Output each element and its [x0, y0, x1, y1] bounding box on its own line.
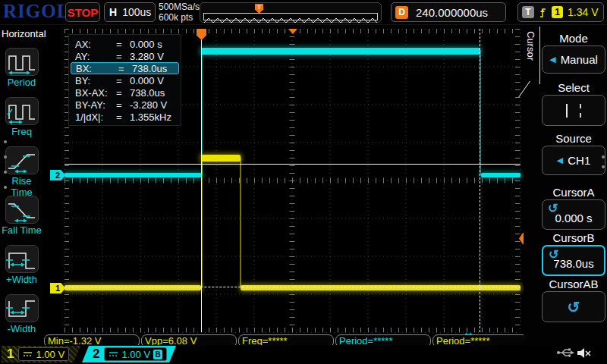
measure-item-period[interactable]: Period	[0, 48, 43, 88]
rotate-knob-icon: ↺	[568, 298, 580, 316]
source-label: Source	[542, 132, 605, 145]
rotate-knob-icon: ↺	[549, 247, 558, 262]
menu-group-mode[interactable]: Mode ◀ Manual	[542, 32, 605, 74]
run-state-label: STOP	[68, 6, 99, 19]
trigger-source-icon: 1	[552, 6, 563, 18]
mode-label: Mode	[542, 32, 605, 45]
readout-row-byay: BY-AY:=-3.280 V	[69, 99, 181, 111]
cursor-menu: Cursor Mode ◀ Manual Select Source ◀ CH1	[524, 25, 607, 345]
cursor-a-solid-icon	[566, 104, 568, 118]
source-value: CH1	[568, 154, 590, 167]
cursor-b-value: 738.0us	[553, 251, 593, 270]
waveform-preview-bar[interactable]	[200, 2, 382, 23]
sample-rate: 500MSa/s	[159, 2, 200, 12]
ch2-trace-high	[201, 48, 480, 55]
mode-button[interactable]: ◀ Manual	[542, 46, 605, 74]
measure-item-pos-width[interactable]: +Width	[0, 245, 43, 285]
cursor-ab-label: CursorAB	[542, 278, 605, 290]
run-state-indicator[interactable]: STOP	[65, 2, 100, 22]
cursor-tab-border	[539, 27, 540, 84]
trigger-box[interactable]: T 1 1.34 V	[517, 2, 604, 22]
ch1-ground-marker[interactable]: 1	[50, 283, 65, 293]
cursor-a-button[interactable]: ↺ 0.000 s	[542, 199, 605, 230]
measure-item-neg-width[interactable]: -Width	[0, 294, 43, 334]
ch1-trace-high	[201, 155, 241, 162]
measure-item-fall-time[interactable]: Fall Time	[0, 196, 43, 236]
readout-row-ay: AY:=3.280 V	[69, 50, 181, 62]
trigger-label: T	[522, 6, 534, 18]
source-page-dots	[602, 155, 605, 168]
channel-status-bar: 1 1.00 V 2 1.00 V B	[0, 345, 607, 364]
ch1-number: 1	[7, 347, 14, 362]
readout-row-by: BY:=0.000 V	[69, 74, 181, 86]
measure-item-label: Freq	[0, 126, 43, 137]
measure-menu-title: Horizontal	[0, 28, 43, 39]
rising-edge-icon	[539, 7, 547, 18]
delay-icon: D	[395, 6, 408, 19]
pos-width-icon	[6, 247, 38, 271]
select-label: Select	[542, 81, 605, 94]
ch2-ground-marker[interactable]: 2	[50, 170, 65, 180]
menu-group-select[interactable]: Select	[542, 81, 605, 126]
cursor-ab-button[interactable]: ↺	[542, 291, 605, 322]
cursor-b-dashed-icon	[580, 104, 581, 118]
select-button[interactable]	[542, 95, 605, 126]
cursor-b-button[interactable]: ↺ 738.0us	[542, 245, 605, 276]
menu-group-cursor-ab[interactable]: CursorAB ↺	[542, 278, 605, 322]
menu-group-source[interactable]: Source ◀ CH1	[542, 132, 605, 175]
cursor-by-line[interactable]	[64, 287, 521, 287]
ch1-status-chip[interactable]: 1 1.00 V	[2, 346, 80, 362]
menu-group-cursor-b[interactable]: CursorB ↺ 738.0us	[542, 231, 605, 276]
rise-time-icon	[6, 149, 38, 173]
ch2-number: 2	[93, 347, 99, 362]
cursor-menu-tab: Cursor	[525, 31, 536, 61]
rotate-knob-icon: ↺	[548, 201, 558, 215]
ch2-scale: 1.00 V	[121, 349, 150, 360]
horizontal-scale-value: 100us	[122, 6, 151, 18]
source-button[interactable]: ◀ CH1	[542, 146, 605, 175]
measure-item-label: -Width	[0, 323, 43, 334]
horizontal-center-marker	[288, 29, 297, 34]
menu-group-cursor-a[interactable]: CursorA ↺ 0.000 s	[542, 186, 605, 230]
dc-coupling-icon	[23, 351, 33, 358]
delay-box[interactable]: D 240.000000us	[391, 2, 506, 22]
preview-window	[203, 13, 378, 20]
ch2-status-chip-selected[interactable]: 2 1.00 V B	[82, 346, 176, 362]
measure-item-label: Period	[0, 77, 43, 88]
ch1-falling-edge	[240, 158, 241, 287]
readout-row-bx-highlighted: BX:=738.0us	[71, 62, 179, 74]
period-icon	[6, 50, 38, 74]
speaker-muted-icon	[577, 347, 592, 359]
measure-item-freq[interactable]: Freq	[0, 97, 43, 137]
mode-value: Manual	[561, 53, 598, 66]
acquisition-info: 500MSa/s 600k pts	[159, 2, 200, 23]
bandwidth-limit-icon: B	[153, 350, 162, 359]
cursor-ax-line[interactable]	[201, 29, 202, 332]
left-triangle-icon: ◀	[557, 155, 563, 165]
measure-item-label: +Width	[0, 274, 43, 285]
horizontal-label: H	[109, 6, 117, 18]
ch2-trace-low-left	[64, 173, 202, 177]
delay-value: 240.000000us	[416, 6, 488, 19]
measure-item-label: Fall Time	[0, 224, 43, 236]
horizontal-scale-box[interactable]: H 100us	[104, 2, 156, 22]
memory-depth: 600k pts	[159, 12, 200, 23]
fall-time-icon	[6, 198, 38, 222]
left-measure-menu: Horizontal Period Freq	[0, 25, 43, 345]
preview-waveform	[204, 17, 379, 24]
cursor-readout-panel: AX:=0.000 s AY:=3.280 V BX:=738.0us BY:=…	[68, 34, 181, 126]
cursor-a-label: CursorA	[542, 186, 605, 199]
cursor-a-value: 0.000 s	[555, 206, 592, 224]
trigger-level-value: 1.34 V	[568, 6, 598, 18]
ch2-trace-low-right	[481, 173, 521, 177]
freq-icon	[6, 99, 38, 124]
left-triangle-icon: ◀	[549, 55, 555, 64]
menu-page-dots	[4, 140, 7, 189]
top-status-bar: RIGOL STOP H 100us 500MSa/s 600k pts D 2…	[0, 0, 607, 25]
usb-icon	[556, 347, 574, 358]
cursor-ay-line[interactable]	[64, 164, 521, 165]
rigol-logo: RIGOL	[3, 1, 70, 22]
neg-width-icon	[6, 297, 38, 321]
dc-coupling-icon	[109, 351, 118, 358]
cursor-bx-line[interactable]	[480, 29, 480, 332]
